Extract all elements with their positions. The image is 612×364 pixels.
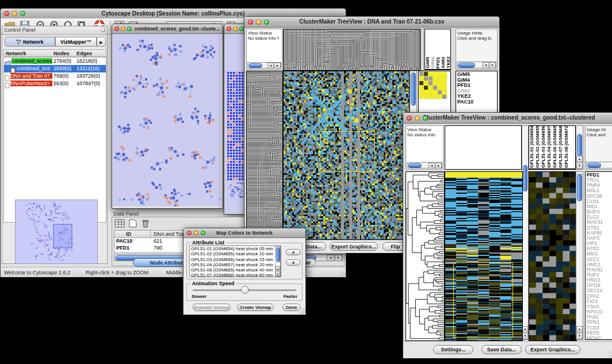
gene-label[interactable]: PAC10 [457, 99, 496, 105]
zoom-button[interactable] [20, 11, 25, 16]
tv2-hints-scrollbar[interactable] [586, 162, 612, 168]
minimize-button[interactable] [233, 26, 238, 31]
status-middle-hint: Middle- [166, 270, 183, 275]
zoom-button[interactable] [423, 116, 428, 121]
column-label[interactable]: GPL51-01 (GSM854) [530, 125, 534, 168]
close-button[interactable] [114, 26, 119, 31]
column-label[interactable]: YKE2 [446, 56, 451, 68]
tv2-resize-grip[interactable] [608, 351, 612, 358]
attribute-list-item[interactable]: GPL51-04 (GSM857) heat shock 20 min [190, 262, 281, 267]
tv1-mini-scroll-strip[interactable] [420, 29, 424, 71]
column-label[interactable]: GPL51-08 (GSM872) [564, 125, 569, 168]
tv2-settings-button[interactable]: Settings... [433, 345, 473, 354]
tab-vizmapper[interactable]: VizMapper™ [55, 37, 97, 47]
scrollbar-thumb[interactable] [411, 72, 416, 106]
control-panel-title: Control Panel [4, 27, 36, 33]
tab-overflow-arrow[interactable]: ▶ [97, 37, 106, 47]
tv1-status-scrollbar[interactable]: ◄ ► [247, 62, 281, 68]
attribute-list-item[interactable]: GPL51-07 (GSM868) heat shock 60 min [190, 273, 281, 277]
column-label[interactable]: GPL51-02 (GSM855) [536, 125, 540, 168]
tv2-detail-heatmap[interactable] [529, 171, 577, 341]
attribute-list-label: Attribute List [190, 240, 226, 246]
resize-grip[interactable] [339, 270, 345, 277]
network-row-name: combined_sco [17, 66, 50, 71]
table-row[interactable]: RNAPuberNov2+ 563(0) 107847(0) [4, 80, 106, 87]
listbox-scrollbar[interactable]: ▲ ▼ [275, 246, 281, 277]
col-header-network[interactable]: Network [6, 51, 26, 56]
animation-speed-label: Animation Speed [190, 281, 236, 286]
move-up-button[interactable]: ∧ [286, 249, 301, 255]
close-button[interactable] [407, 116, 412, 121]
close-button[interactable] [187, 231, 192, 235]
tv1-column-dendrogram[interactable] [283, 29, 420, 71]
minimize-button[interactable] [121, 26, 125, 31]
datapanel-col-id[interactable]: ID [126, 231, 131, 237]
tv1-row-dendrogram[interactable] [246, 71, 283, 240]
zoom-button[interactable] [264, 20, 269, 25]
minimize-button[interactable] [256, 20, 261, 25]
tv2-export-graphics-button[interactable]: Export Graphics... [525, 345, 580, 354]
close-button[interactable] [248, 20, 253, 25]
minimize-button[interactable] [12, 11, 17, 16]
attribute-table-icon[interactable] [114, 219, 126, 230]
slower-label: Slower [192, 294, 206, 299]
tv1-hints-scrollbar[interactable]: ◄ ► [457, 62, 496, 68]
attribute-list-item[interactable]: GPL51-02 (GSM855) heat shock 10 min [190, 251, 281, 256]
dialog-resize-grip[interactable] [299, 308, 305, 314]
column-label[interactable]: GIM4 [431, 57, 435, 68]
network-row-name: DNA and Tran 07 [10, 73, 52, 79]
attribute-listbox[interactable]: GPL51-01 (GSM854) heat shock 05 minGPL51… [189, 246, 281, 277]
delete-attribute-icon[interactable] [141, 219, 152, 230]
column-label[interactable]: GPL51-07 (GSM868) [559, 125, 563, 168]
scroll-right-arrow[interactable]: ► [335, 255, 342, 261]
zoom-button[interactable] [201, 231, 205, 235]
column-label[interactable]: GPL51-06 (GSM865) [553, 125, 557, 168]
close-button[interactable] [4, 11, 9, 16]
column-label[interactable]: PFD1 [436, 57, 441, 68]
table-row-selected[interactable]: combined_sco 2569(6) 13112(15) [4, 65, 106, 72]
new-attribute-icon[interactable] [128, 219, 140, 230]
attribute-list-item[interactable]: GPL51-06 (GSM865) heat shock 40 min [190, 267, 281, 273]
speed-slider-thumb[interactable] [241, 286, 249, 294]
minimize-button[interactable] [194, 231, 198, 235]
attribute-list-item[interactable]: GPL51-03 (GSM856) heat shock 15 min [190, 257, 281, 262]
column-label[interactable]: GIM5 [426, 57, 430, 68]
tv2-save-data-button[interactable]: Save Data... [481, 345, 522, 354]
column-label[interactable]: GPL51-04 (GSM857) [547, 125, 552, 168]
column-label[interactable]: GIM3 [441, 57, 446, 68]
table-row[interactable]: DNA and Tran 07 769(0) 183728(0) [4, 72, 106, 80]
toolbar-separator [110, 20, 110, 32]
network-window-title: combined_scores_good.txt--cluste... [135, 26, 220, 32]
network-row-name: combined_scores [12, 58, 52, 64]
scroll-left-arrow[interactable]: ◄ [327, 255, 334, 261]
network-overview-thumbnail[interactable] [15, 200, 98, 264]
network-view-window: combined_scores_good.txt--cluste... [112, 24, 223, 209]
tv1-column-labels: GIM5GIM4PFD1GIM3YKE2PAC10 [424, 29, 451, 70]
tv2-detail-scrollbar[interactable]: ▲ ▼ [576, 171, 583, 340]
move-down-button[interactable]: ∨ [286, 259, 301, 266]
col-header-edges[interactable]: Edges [76, 51, 92, 56]
tv2-status-scrollbar[interactable]: ◄ ► [407, 162, 442, 168]
scrollbar-thumb[interactable] [523, 165, 527, 191]
tv2-view-status: View StatusNo status info ◄ ► [406, 125, 443, 170]
tv2-column-tree-area[interactable] [445, 125, 522, 170]
col-header-nodes[interactable]: Nodes [53, 51, 70, 56]
gene-label[interactable]: MON2 [587, 336, 612, 340]
table-row[interactable]: combined_scores 2764(0) 16218(0) [4, 58, 106, 65]
tv2-labels-scrollbar[interactable]: ▲ ▼ [576, 125, 583, 170]
float-panel-icon[interactable]: ❏ [101, 27, 105, 33]
tab-network[interactable]: Network [5, 37, 55, 47]
attribute-list-item[interactable]: GPL51-01 (GSM854) heat shock 05 min [190, 246, 281, 251]
close-button[interactable] [227, 26, 231, 31]
tv2-row-dendrogram[interactable] [406, 171, 445, 341]
zoom-button[interactable] [127, 26, 132, 31]
tv1-export-graphics-button[interactable]: Export Graphics... [330, 242, 378, 251]
column-label[interactable]: GPL51-03 (GSM856) [541, 125, 546, 168]
tv1-detail-heatmap[interactable] [419, 72, 447, 99]
zoom-button[interactable] [239, 26, 244, 31]
create-vizmap-button[interactable]: Create Vizmap [237, 304, 274, 311]
minimize-button[interactable] [415, 116, 420, 121]
network-graph-canvas[interactable] [113, 34, 221, 206]
animate-vizmap-button[interactable]: Animate Vizmap [193, 304, 231, 311]
network-row-name: RNAPuberNov2+ [10, 81, 52, 86]
